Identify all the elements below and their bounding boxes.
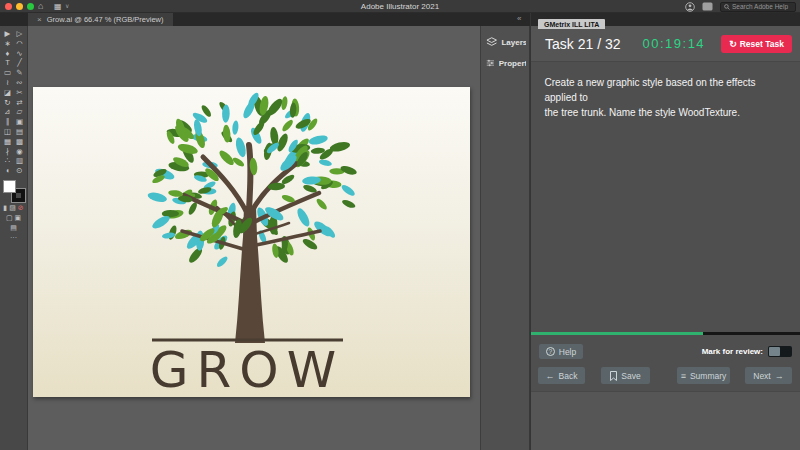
help-label: Help [559,347,576,357]
eyedropper-tool[interactable]: ∤ [2,147,14,157]
document-tab-label: Grow.ai @ 66.47 % (RGB/Preview) [47,15,164,24]
gmetrix-header: Task 21 / 32 00:19:14 ↻ Reset Task [531,26,800,62]
next-button[interactable]: Next → [745,367,792,384]
free-transform-tool[interactable]: ▣ [14,117,26,127]
shape-builder-tool[interactable]: ◫ [2,127,14,137]
toolbar-mode-row: ▢▣ [6,214,21,222]
arrow-left-icon: ← [546,371,555,381]
pencil-tool[interactable]: ≀ [2,78,14,88]
help-icon: ? [546,347,555,356]
document-tab[interactable]: × Grow.ai @ 66.47 % (RGB/Preview) [28,13,173,26]
back-button[interactable]: ← Back [538,367,585,384]
gradient-tool[interactable]: ▩ [14,137,26,147]
eraser-tool[interactable]: ◪ [2,88,14,98]
reset-icon: ↻ [729,39,737,49]
leaf [308,134,329,147]
progress-fill [531,332,703,335]
symbol-sprayer-tool[interactable]: ∴ [2,156,14,166]
task-counter: Task 21 / 32 [545,36,621,52]
mark-for-review-label: Mark for review: [702,347,763,356]
screen-mode-button[interactable]: ▤ [10,224,17,232]
rotate-tool[interactable]: ↻ [2,98,14,108]
logo-text: GROW [150,341,344,397]
app-title: Adobe Illustrator 2021 [0,0,800,13]
gmetrix-tab-strip: GMetrix ILL LITA [531,13,800,26]
hand-tool[interactable]: ◖ [2,166,14,176]
panel-label: Layers [501,38,526,47]
leaf [315,197,329,211]
close-tab-icon[interactable]: × [37,15,42,25]
canvas-pasteboard[interactable]: GROW [28,26,480,450]
title-bar: ⌂ ▦ ∨ Adobe Illustrator 2021 [0,0,800,13]
scale-tool[interactable]: ⊿ [2,107,14,117]
line-segment-tool[interactable]: ╱ [14,58,26,68]
leaf [318,159,332,168]
leaf [234,136,247,158]
panel-button-layers[interactable]: Layers [481,32,529,53]
panel-label: Properti... [499,59,526,68]
task-instructions: Create a new graphic style based on the … [545,75,787,120]
shear-tool[interactable]: ▱ [14,107,26,117]
leaf [232,120,239,135]
curvature-tool[interactable]: ∿ [14,49,26,59]
artboard[interactable]: GROW [33,87,470,397]
tree-logo-artwork: GROW [33,87,470,397]
leaf [295,207,312,229]
blend-tool[interactable]: ◉ [14,147,26,157]
paintbrush-tool[interactable]: ✎ [14,68,26,78]
help-search[interactable] [720,2,796,12]
expand-panels-icon[interactable]: « [517,14,521,23]
help-button[interactable]: ? Help [539,344,583,359]
draw-normal-button[interactable]: ▢ [6,214,13,222]
pen-tool[interactable]: ♦ [2,49,14,59]
color-button[interactable]: ▮ [3,204,7,212]
panel-dock: Layers Properti... [480,26,530,450]
draw-behind-button[interactable]: ▣ [15,214,22,222]
shaper-tool[interactable]: ∾ [14,78,26,88]
summary-button[interactable]: ≡ Summary [677,367,730,384]
tools-panel: ▶▷∗◠♦∿T╱▭✎≀∾◪✂↻⇄⊿▱∥▣◫▤▦▩∤◉∴▥◖⊙ ▮▨⊘ ▢▣ ▤ … [0,26,28,450]
perspective-grid-tool[interactable]: ▤ [14,127,26,137]
rectangle-tool[interactable]: ▭ [2,68,14,78]
summary-label: Summary [690,371,726,381]
fill-stroke-swatches[interactable] [3,180,25,202]
list-icon: ≡ [681,371,686,381]
magic-wand-tool[interactable]: ∗ [2,39,14,49]
toolbar-screen-row: ▤ [10,224,17,232]
leaves-front [168,120,321,245]
leaf [340,183,356,198]
leaf [281,118,295,133]
account-avatar-icon[interactable] [685,2,695,12]
fill-swatch[interactable] [3,180,16,193]
back-label: Back [559,371,578,381]
search-icon [724,4,730,10]
save-button[interactable]: Save [601,367,650,384]
width-tool[interactable]: ∥ [2,117,14,127]
scissors-tool[interactable]: ✂ [14,88,26,98]
gmetrix-tab[interactable]: GMetrix ILL LITA [538,19,605,29]
direct-selection-tool[interactable]: ▷ [14,29,26,39]
gradient-button[interactable]: ▨ [9,204,16,212]
type-tool[interactable]: T [2,58,14,68]
toolbar-more-row: ··· [10,234,17,242]
search-input[interactable] [732,3,792,10]
mark-for-review-toggle[interactable] [768,346,792,357]
panel-button-properties[interactable]: Properti... [481,53,529,73]
leaf [217,148,236,167]
selection-tool[interactable]: ▶ [2,29,14,39]
task-progress-bar [531,332,800,335]
gmetrix-footer [531,391,800,450]
more-tools-button[interactable]: ··· [10,234,17,242]
media-icon[interactable] [702,2,713,11]
leaf [339,164,357,176]
zoom-tool[interactable]: ⊙ [14,166,26,176]
next-label: Next [753,371,770,381]
reflect-tool[interactable]: ⇄ [14,98,26,108]
column-graph-tool[interactable]: ▥ [14,156,26,166]
mesh-tool[interactable]: ▦ [2,137,14,147]
none-button[interactable]: ⊘ [18,204,24,212]
leaf [215,255,229,269]
reset-task-button[interactable]: ↻ Reset Task [721,35,792,53]
leaf [147,191,168,204]
lasso-tool[interactable]: ◠ [14,39,26,49]
